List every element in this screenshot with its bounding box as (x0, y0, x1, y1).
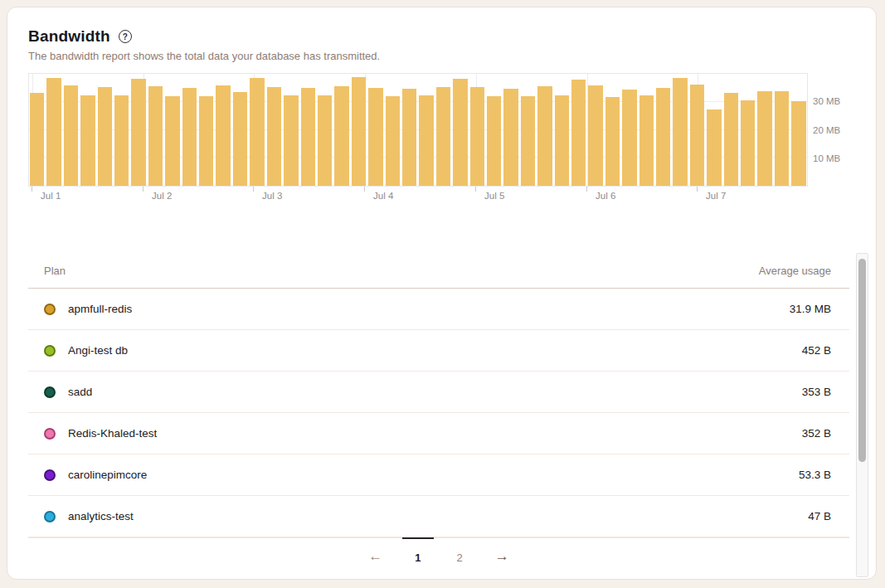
plan-color-dot (44, 511, 56, 522)
bandwidth-bar[interactable] (639, 95, 654, 186)
bandwidth-bar[interactable] (182, 88, 197, 186)
bandwidth-bar[interactable] (588, 85, 602, 186)
bandwidth-bar[interactable] (419, 95, 433, 186)
bandwidth-bar[interactable] (131, 79, 145, 186)
column-header-plan: Plan (44, 265, 66, 277)
page-title: Bandwidth (28, 27, 110, 46)
x-axis-tick (143, 187, 143, 192)
x-axis-label: Jul 3 (262, 191, 282, 201)
x-axis-tick (475, 187, 476, 192)
bandwidth-bar[interactable] (622, 90, 636, 186)
bandwidth-bar[interactable] (571, 80, 586, 186)
page-numbers: 12 (408, 547, 469, 566)
bandwidth-bar[interactable] (707, 109, 721, 186)
plan-name: sadd (68, 386, 92, 398)
bandwidth-bar[interactable] (537, 86, 552, 186)
bandwidth-chart: Jul 1Jul 2Jul 3Jul 4Jul 5Jul 6Jul 7 10 M… (28, 73, 863, 207)
x-axis-label: Jul 6 (596, 191, 615, 201)
previous-page-icon[interactable]: ← (365, 547, 386, 565)
bandwidth-bar[interactable] (46, 78, 61, 186)
bandwidth-bar[interactable] (30, 93, 44, 186)
chart-x-axis: Jul 1Jul 2Jul 3Jul 4Jul 5Jul 6Jul 7 (28, 187, 808, 207)
table-scrollbar-track[interactable] (856, 253, 868, 577)
usage-table: Plan Average usage apmfull-redis31.9 MBA… (28, 250, 868, 577)
bandwidth-bar[interactable] (301, 88, 315, 186)
bandwidth-bar[interactable] (267, 87, 281, 186)
page-number-1[interactable]: 1 (408, 547, 427, 566)
average-usage-value: 353 B (802, 386, 831, 398)
x-axis-tick (253, 187, 254, 192)
bandwidth-bar[interactable] (757, 91, 771, 186)
table-row[interactable]: carolinepimcore53.3 B (28, 454, 849, 496)
card-header: Bandwidth ? The bandwidth report shows t… (7, 7, 876, 62)
plan-name: apmfull-redis (68, 303, 132, 315)
plan-color-dot (44, 345, 56, 357)
bandwidth-bar[interactable] (741, 100, 755, 186)
plan-color-dot (44, 304, 56, 315)
plan-color-dot (44, 469, 56, 481)
plan-name: Redis-Khaled-test (68, 427, 157, 440)
bandwidth-bar[interactable] (673, 78, 687, 186)
bandwidth-bar[interactable] (503, 89, 518, 186)
table-row[interactable]: sadd353 B (28, 372, 849, 413)
bandwidth-bar[interactable] (352, 77, 366, 186)
bandwidth-bar[interactable] (148, 86, 163, 186)
chart-plot-area[interactable] (28, 73, 808, 187)
y-axis-label: 30 MB (813, 96, 840, 106)
average-usage-value: 352 B (802, 427, 831, 440)
table-body: apmfull-redis31.9 MBAngi-test db452 Bsad… (28, 289, 849, 537)
x-axis-tick (586, 187, 587, 192)
next-page-icon[interactable]: → (492, 547, 513, 565)
bandwidth-bar[interactable] (690, 85, 704, 186)
bandwidth-bar[interactable] (402, 89, 416, 186)
plan-color-dot (44, 428, 56, 440)
table-row[interactable]: Angi-test db452 B (28, 330, 849, 372)
bandwidth-bar[interactable] (724, 93, 738, 186)
x-axis-tick (364, 187, 365, 192)
bandwidth-bar[interactable] (487, 96, 501, 186)
plan-name: carolinepimcore (68, 469, 147, 481)
table-row[interactable]: apmfull-redis31.9 MB (28, 289, 849, 330)
bandwidth-bar[interactable] (64, 85, 78, 186)
bandwidth-bar[interactable] (555, 95, 569, 186)
bandwidth-bar[interactable] (199, 96, 213, 186)
pagination: ← 12 → (28, 537, 849, 577)
bandwidth-bar[interactable] (775, 91, 789, 186)
bandwidth-bar[interactable] (80, 95, 95, 186)
x-axis-label: Jul 7 (706, 191, 726, 201)
bandwidth-bar[interactable] (98, 87, 112, 186)
bandwidth-bar[interactable] (521, 96, 535, 186)
bandwidth-bar[interactable] (250, 78, 264, 186)
x-axis-label: Jul 1 (41, 191, 61, 201)
plan-name: analytics-test (68, 510, 134, 522)
bandwidth-bar[interactable] (656, 88, 670, 186)
bandwidth-bar[interactable] (436, 87, 450, 186)
bandwidth-bar[interactable] (386, 96, 400, 186)
bandwidth-bar[interactable] (165, 96, 179, 186)
table-row[interactable]: analytics-test47 B (28, 496, 849, 537)
help-icon[interactable]: ? (119, 30, 132, 43)
page-number-2[interactable]: 2 (450, 547, 469, 566)
plan-name: Angi-test db (68, 344, 128, 357)
bandwidth-bar[interactable] (284, 95, 298, 186)
y-axis-label: 10 MB (813, 153, 840, 163)
page-subtitle: The bandwidth report shows the total dat… (28, 50, 876, 62)
x-axis-label: Jul 2 (152, 191, 172, 201)
bandwidth-bar[interactable] (318, 95, 332, 186)
average-usage-value: 53.3 B (799, 469, 831, 481)
x-axis-tick (697, 187, 698, 192)
bandwidth-bar[interactable] (791, 101, 805, 186)
table-row[interactable]: Redis-Khaled-test352 B (28, 413, 849, 454)
bandwidth-bar[interactable] (605, 97, 620, 186)
bandwidth-bar[interactable] (334, 86, 348, 186)
bandwidth-bar[interactable] (470, 87, 484, 186)
bandwidth-bar[interactable] (453, 79, 467, 186)
table-scrollbar-thumb[interactable] (858, 259, 866, 462)
bandwidth-bar[interactable] (114, 95, 129, 186)
bandwidth-bar[interactable] (368, 88, 382, 186)
table-header-row: Plan Average usage (28, 250, 849, 289)
x-axis-tick (32, 187, 32, 192)
bandwidth-bar[interactable] (216, 85, 230, 187)
chart-bars (29, 74, 807, 186)
bandwidth-bar[interactable] (233, 92, 247, 186)
